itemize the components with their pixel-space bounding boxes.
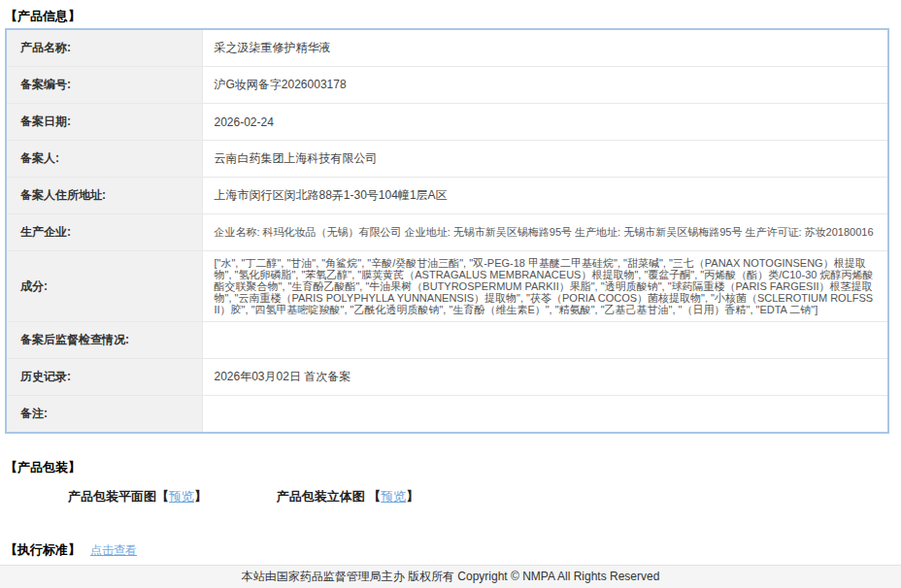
packaging-item-label: 产品包装平面图 (68, 489, 156, 504)
bottom-link-label: 【执行标准】 (5, 542, 81, 557)
row-label: 成分: (6, 251, 202, 322)
row-value: 采之汲柒重修护精华液 (202, 29, 888, 67)
product-info-table: 产品名称: 采之汲柒重修护精华液 备案编号: 沪G妆网备字2026003178 … (5, 28, 889, 434)
click-to-view-link[interactable]: 点击查看 (90, 543, 137, 557)
table-row: 备案人住所地址: 上海市闵行区闵北路88弄1-30号104幢1层A区 (6, 178, 888, 214)
product-info-table-body: 产品名称: 采之汲柒重修护精华液 备案编号: 沪G妆网备字2026003178 … (6, 29, 888, 433)
row-label: 备案后监督检查情况: (6, 322, 202, 359)
packaging-item: 产品包装平面图【预览】 (68, 489, 207, 504)
table-row: 生产企业: 企业名称: 科玛化妆品（无锡）有限公司 企业地址: 无锡市新吴区锡梅… (6, 214, 888, 251)
row-label: 备案日期: (6, 104, 202, 141)
table-row: 成分: ["水", "丁二醇", "甘油", "角鲨烷", "辛酸/癸酸甘油三酯… (6, 251, 888, 322)
row-value: 企业名称: 科玛化妆品（无锡）有限公司 企业地址: 无锡市新吴区锡梅路95号 生… (202, 214, 888, 251)
product-packaging-section-title: 【产品包装】 (4, 457, 897, 479)
bracket-close: 】 (406, 489, 418, 504)
row-label: 备案人: (6, 141, 202, 178)
row-value: 上海市闵行区闵北路88弄1-30号104幢1层A区 (202, 178, 888, 214)
product-info-section-title: 【产品信息】 (4, 6, 897, 28)
row-label: 备注: (6, 396, 202, 434)
footer: 本站由国家药品监督管理局主办 版权所有 Copyright © NMPA All… (0, 565, 901, 588)
row-label: 生产企业: (6, 214, 202, 251)
bracket-open: 【 (156, 489, 169, 504)
bracket-close: 】 (194, 489, 207, 504)
bracket-open: 【 (368, 489, 381, 504)
row-label: 备案编号: (6, 67, 202, 104)
row-value: 2026-02-24 (202, 104, 888, 141)
page: 【产品信息】 产品名称: 采之汲柒重修护精华液 备案编号: 沪G妆网备字2026… (0, 0, 901, 588)
packaging-row: 产品包装平面图【预览】 产品包装立体图 【预览】 (4, 488, 897, 506)
row-value: 云南白药集团上海科技有限公司 (202, 141, 888, 178)
packaging-item: 产品包装立体图 【预览】 (277, 489, 419, 504)
row-value (202, 396, 888, 434)
row-label: 备案人住所地址: (6, 178, 202, 214)
row-value (202, 322, 888, 359)
table-row: 历史记录: 2026年03月02日 首次备案 (6, 359, 888, 396)
table-row: 备注: (6, 396, 888, 434)
table-row: 产品名称: 采之汲柒重修护精华液 (6, 29, 888, 67)
packaging-preview-link[interactable]: 预览 (381, 489, 406, 504)
row-label: 产品名称: (6, 29, 202, 67)
row-value: 2026年03月02日 首次备案 (202, 359, 888, 396)
table-row: 备案编号: 沪G妆网备字2026003178 (6, 67, 888, 104)
packaging-preview-link[interactable]: 预览 (169, 489, 194, 504)
table-row: 备案日期: 2026-02-24 (6, 104, 888, 141)
bottom-link-row: 【执行标准】点击查看 (4, 537, 897, 560)
table-row: 备案后监督检查情况: (6, 322, 888, 359)
row-value: 沪G妆网备字2026003178 (202, 67, 888, 104)
row-value: ["水", "丁二醇", "甘油", "角鲨烷", "辛酸/癸酸甘油三酯", "… (202, 251, 888, 322)
content-area: 【产品信息】 产品名称: 采之汲柒重修护精华液 备案编号: 沪G妆网备字2026… (0, 0, 901, 588)
table-row: 备案人: 云南白药集团上海科技有限公司 (6, 141, 888, 178)
packaging-item-label: 产品包装立体图 (277, 489, 369, 504)
row-label: 历史记录: (6, 359, 202, 396)
footer-text: 本站由国家药品监督管理局主办 版权所有 Copyright © NMPA All… (242, 570, 660, 583)
